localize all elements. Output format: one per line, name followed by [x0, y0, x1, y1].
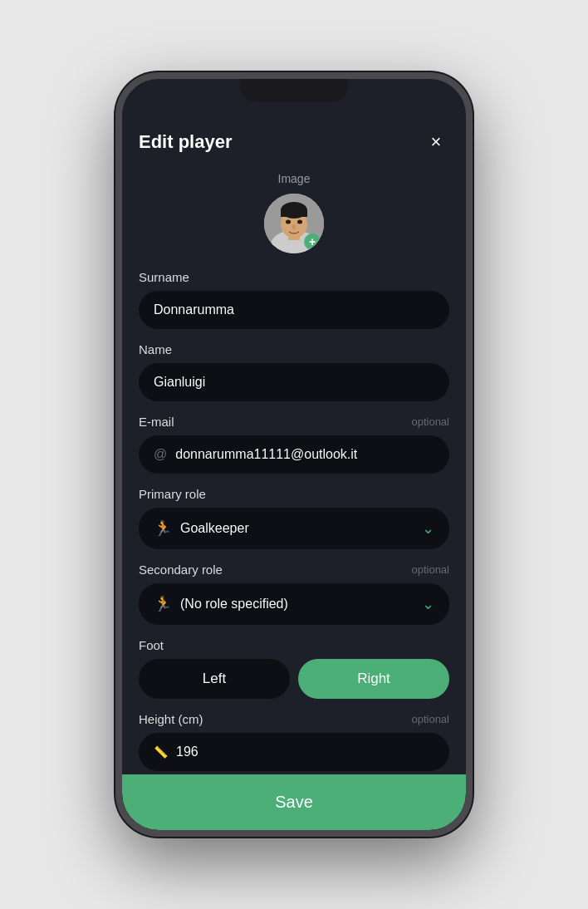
avatar-plus-icon: +	[304, 233, 321, 250]
height-label: Height (cm)	[139, 712, 203, 726]
email-label: E-mail	[139, 415, 174, 429]
primary-role-dropdown[interactable]: 🏃 Goalkeeper ⌄	[139, 508, 449, 549]
modal-title: Edit player	[139, 131, 232, 153]
foot-label: Foot	[139, 638, 164, 652]
name-input[interactable]	[139, 363, 449, 401]
secondary-role-dropdown[interactable]: 🏃 (No role specified) ⌄	[139, 583, 449, 625]
svg-point-6	[286, 220, 291, 224]
secondary-role-value: (No role specified)	[180, 597, 288, 612]
foot-label-row: Foot	[139, 638, 449, 652]
svg-point-8	[292, 224, 296, 229]
primary-role-value: Goalkeeper	[180, 521, 249, 536]
primary-role-chevron-icon: ⌄	[422, 519, 434, 538]
height-input[interactable]	[176, 744, 434, 759]
primary-role-dropdown-left: 🏃 Goalkeeper	[154, 519, 249, 538]
runner-icon: 🏃	[154, 519, 172, 538]
name-label: Name	[139, 342, 172, 356]
email-at-icon: @	[154, 447, 167, 462]
foot-field-group: Foot Left Right	[139, 638, 449, 699]
surname-label-row: Surname	[139, 270, 449, 284]
save-button[interactable]: Save	[122, 774, 466, 830]
secondary-role-dropdown-left: 🏃 (No role specified)	[154, 595, 288, 613]
svg-point-7	[297, 220, 302, 224]
email-field-group: E-mail optional @	[139, 415, 449, 474]
modal-container: Edit player × Image	[122, 79, 466, 774]
height-optional: optional	[411, 713, 449, 725]
phone-frame: Edit player × Image	[115, 72, 473, 837]
secondary-role-label: Secondary role	[139, 563, 223, 577]
height-ruler-icon: 📏	[154, 745, 168, 759]
height-input-wrapper: 📏	[139, 733, 449, 771]
phone-screen: Edit player × Image	[122, 79, 466, 830]
secondary-role-field-group: Secondary role optional 🏃 (No role speci…	[139, 563, 449, 625]
image-label: Image	[278, 172, 311, 185]
avatar[interactable]: +	[264, 194, 324, 253]
email-label-row: E-mail optional	[139, 415, 449, 429]
foot-right-button[interactable]: Right	[298, 659, 449, 699]
surname-input[interactable]	[139, 291, 449, 329]
email-optional: optional	[411, 415, 449, 428]
email-input[interactable]	[175, 447, 434, 462]
email-input-wrapper: @	[139, 435, 449, 474]
foot-left-button[interactable]: Left	[139, 659, 290, 699]
secondary-role-optional: optional	[411, 563, 449, 576]
image-section: Image	[139, 172, 449, 253]
svg-rect-5	[281, 210, 307, 217]
primary-role-label: Primary role	[139, 487, 206, 501]
name-field-group: Name	[139, 342, 449, 401]
phone-outer: Edit player × Image	[0, 0, 588, 909]
phone-notch	[240, 79, 348, 102]
foot-toggle: Left Right	[139, 659, 449, 699]
name-label-row: Name	[139, 342, 449, 356]
height-field-group: Height (cm) optional 📏	[139, 712, 449, 771]
modal-header: Edit player ×	[139, 120, 449, 155]
primary-role-label-row: Primary role	[139, 487, 449, 501]
surname-field-group: Surname	[139, 270, 449, 329]
secondary-role-label-row: Secondary role optional	[139, 563, 449, 577]
surname-label: Surname	[139, 270, 189, 284]
close-button[interactable]: ×	[423, 129, 449, 155]
secondary-role-chevron-icon: ⌄	[422, 595, 434, 613]
height-label-row: Height (cm) optional	[139, 712, 449, 726]
primary-role-field-group: Primary role 🏃 Goalkeeper ⌄	[139, 487, 449, 549]
secondary-runner-icon: 🏃	[154, 595, 172, 613]
